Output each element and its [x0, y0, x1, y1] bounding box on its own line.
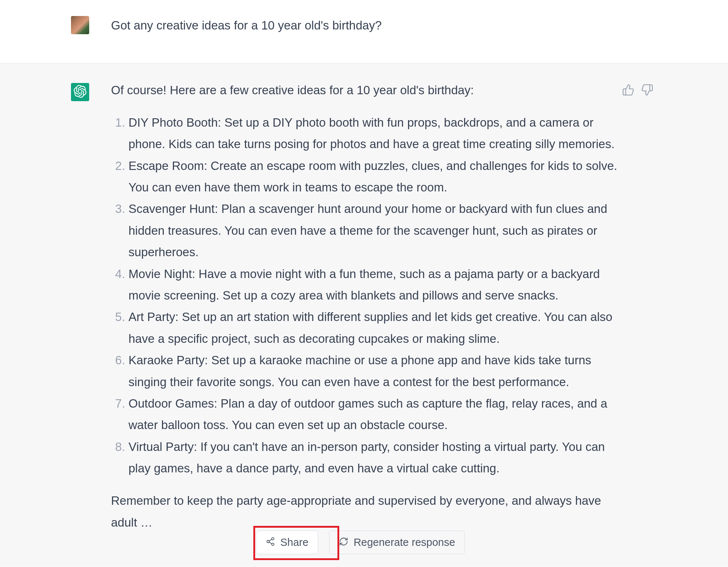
thumbs-down-icon: [641, 92, 653, 97]
list-item: Scavenger Hunt: Plan a scavenger hunt ar…: [128, 198, 626, 263]
share-button-label: Share: [280, 537, 308, 548]
assistant-avatar: [71, 83, 89, 101]
assistant-closing-text: Remember to keep the party age-appropria…: [111, 490, 626, 533]
assistant-message-block: Of course! Here are a few creative ideas…: [0, 63, 728, 567]
list-item: Outdoor Games: Plan a day of outdoor gam…: [128, 393, 626, 436]
assistant-message-body: Of course! Here are a few creative ideas…: [104, 82, 626, 533]
action-row: Share Regenerate response: [256, 531, 465, 554]
list-item: DIY Photo Booth: Set up a DIY photo boot…: [128, 112, 626, 155]
svg-line-3: [269, 542, 272, 544]
openai-logo-icon: [74, 85, 87, 99]
regenerate-button-label: Regenerate response: [353, 537, 455, 548]
thumbs-up-button[interactable]: [622, 84, 634, 97]
user-message-row: Got any creative ideas for a 10 year old…: [0, 0, 728, 34]
thumbs-up-icon: [622, 92, 634, 97]
assistant-message-row: Of course! Here are a few creative ideas…: [0, 63, 728, 533]
refresh-icon: [339, 537, 348, 548]
svg-line-4: [269, 539, 272, 541]
list-item: Karaoke Party: Set up a karaoke machine …: [128, 349, 626, 393]
user-avatar: [71, 16, 89, 34]
user-message-text: Got any creative ideas for a 10 year old…: [104, 15, 382, 34]
list-item: Escape Room: Create an escape room with …: [128, 155, 626, 198]
share-icon: [266, 537, 275, 548]
list-item: Art Party: Set up an art station with di…: [128, 306, 626, 349]
user-message-block: Got any creative ideas for a 10 year old…: [0, 0, 728, 63]
feedback-buttons: [622, 84, 653, 97]
share-button[interactable]: Share: [256, 531, 318, 554]
thumbs-down-button[interactable]: [641, 84, 653, 97]
list-item: Virtual Party: If you can't have an in-p…: [128, 436, 626, 479]
regenerate-button[interactable]: Regenerate response: [329, 531, 465, 554]
assistant-intro-text: Of course! Here are a few creative ideas…: [111, 82, 626, 99]
list-item: Movie Night: Have a movie night with a f…: [128, 263, 626, 306]
idea-list: DIY Photo Booth: Set up a DIY photo boot…: [111, 112, 626, 479]
